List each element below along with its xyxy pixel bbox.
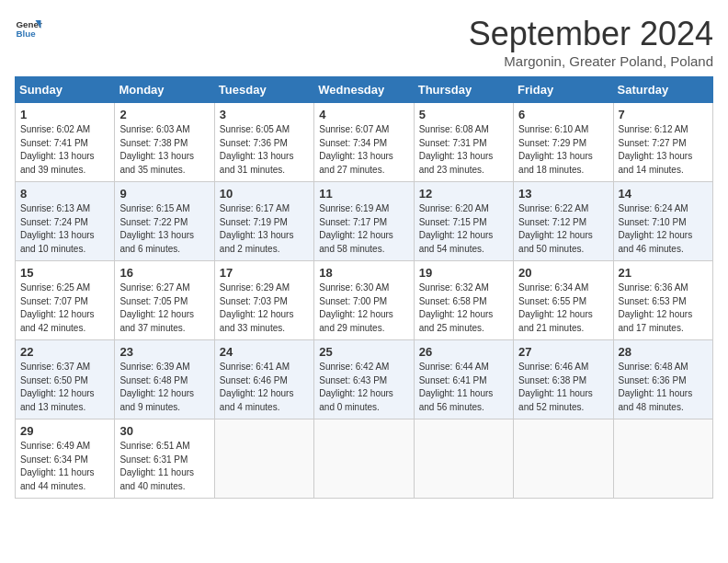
calendar-week-1: 1Sunrise: 6:02 AM Sunset: 7:41 PM Daylig… [16, 103, 713, 182]
day-info: Sunrise: 6:22 AM Sunset: 7:12 PM Dayligh… [518, 202, 608, 256]
weekday-header-saturday: Saturday [613, 77, 712, 103]
day-number: 7 [619, 108, 708, 121]
day-info: Sunrise: 6:20 AM Sunset: 7:15 PM Dayligh… [419, 202, 508, 256]
calendar-cell: 22Sunrise: 6:37 AM Sunset: 6:50 PM Dayli… [16, 340, 115, 419]
day-info: Sunrise: 6:05 AM Sunset: 7:36 PM Dayligh… [220, 123, 309, 177]
calendar-cell: 24Sunrise: 6:41 AM Sunset: 6:46 PM Dayli… [214, 340, 313, 419]
day-number: 12 [419, 187, 508, 201]
day-info: Sunrise: 6:51 AM Sunset: 6:31 PM Dayligh… [119, 440, 209, 493]
calendar-cell [414, 419, 513, 499]
calendar-cell: 13Sunrise: 6:22 AM Sunset: 7:12 PM Dayli… [514, 182, 613, 261]
day-number: 6 [518, 108, 608, 121]
calendar-cell [214, 419, 313, 499]
calendar-cell: 4Sunrise: 6:07 AM Sunset: 7:34 PM Daylig… [314, 103, 414, 182]
calendar-cell: 7Sunrise: 6:12 AM Sunset: 7:27 PM Daylig… [613, 103, 712, 182]
calendar-cell: 18Sunrise: 6:30 AM Sunset: 7:00 PM Dayli… [314, 261, 414, 340]
calendar-cell: 20Sunrise: 6:34 AM Sunset: 6:55 PM Dayli… [514, 261, 613, 340]
weekday-header-thursday: Thursday [414, 77, 513, 103]
logo: General Blue [15, 15, 42, 42]
day-number: 18 [319, 266, 408, 280]
day-number: 22 [20, 345, 109, 359]
weekday-header-sunday: Sunday [16, 77, 115, 103]
month-title: September 2024 [469, 15, 713, 53]
calendar-cell: 10Sunrise: 6:17 AM Sunset: 7:19 PM Dayli… [214, 182, 313, 261]
page-header: General Blue September 2024 Margonin, Gr… [15, 15, 713, 69]
calendar-table: SundayMondayTuesdayWednesdayThursdayFrid… [15, 76, 713, 499]
calendar-cell: 30Sunrise: 6:51 AM Sunset: 6:31 PM Dayli… [115, 419, 214, 499]
day-info: Sunrise: 6:15 AM Sunset: 7:22 PM Dayligh… [119, 202, 209, 256]
day-info: Sunrise: 6:24 AM Sunset: 7:10 PM Dayligh… [619, 202, 708, 256]
calendar-week-5: 29Sunrise: 6:49 AM Sunset: 6:34 PM Dayli… [16, 419, 713, 499]
calendar-cell: 9Sunrise: 6:15 AM Sunset: 7:22 PM Daylig… [115, 182, 214, 261]
day-info: Sunrise: 6:48 AM Sunset: 6:36 PM Dayligh… [619, 361, 708, 414]
day-info: Sunrise: 6:25 AM Sunset: 7:07 PM Dayligh… [20, 282, 109, 335]
calendar-cell: 29Sunrise: 6:49 AM Sunset: 6:34 PM Dayli… [16, 419, 115, 499]
day-info: Sunrise: 6:32 AM Sunset: 6:58 PM Dayligh… [419, 282, 508, 335]
weekday-header-wednesday: Wednesday [314, 77, 414, 103]
day-number: 10 [220, 187, 309, 201]
weekday-header-tuesday: Tuesday [214, 77, 313, 103]
day-info: Sunrise: 6:29 AM Sunset: 7:03 PM Dayligh… [220, 282, 309, 335]
day-info: Sunrise: 6:27 AM Sunset: 7:05 PM Dayligh… [119, 282, 209, 335]
day-info: Sunrise: 6:10 AM Sunset: 7:29 PM Dayligh… [518, 123, 608, 177]
day-info: Sunrise: 6:34 AM Sunset: 6:55 PM Dayligh… [518, 282, 608, 335]
day-number: 9 [119, 187, 209, 201]
calendar-cell: 26Sunrise: 6:44 AM Sunset: 6:41 PM Dayli… [414, 340, 513, 419]
calendar-cell: 6Sunrise: 6:10 AM Sunset: 7:29 PM Daylig… [514, 103, 613, 182]
calendar-cell [314, 419, 414, 499]
calendar-cell: 12Sunrise: 6:20 AM Sunset: 7:15 PM Dayli… [414, 182, 513, 261]
day-info: Sunrise: 6:42 AM Sunset: 6:43 PM Dayligh… [319, 361, 408, 414]
weekday-header-friday: Friday [514, 77, 613, 103]
day-number: 8 [20, 187, 109, 201]
day-number: 19 [419, 266, 508, 280]
day-number: 15 [20, 266, 109, 280]
day-info: Sunrise: 6:37 AM Sunset: 6:50 PM Dayligh… [20, 361, 109, 414]
calendar-week-4: 22Sunrise: 6:37 AM Sunset: 6:50 PM Dayli… [16, 340, 713, 419]
day-info: Sunrise: 6:19 AM Sunset: 7:17 PM Dayligh… [319, 202, 408, 256]
day-info: Sunrise: 6:41 AM Sunset: 6:46 PM Dayligh… [220, 361, 309, 414]
calendar-cell: 14Sunrise: 6:24 AM Sunset: 7:10 PM Dayli… [613, 182, 712, 261]
day-number: 5 [419, 108, 508, 121]
day-info: Sunrise: 6:49 AM Sunset: 6:34 PM Dayligh… [20, 440, 109, 493]
day-info: Sunrise: 6:17 AM Sunset: 7:19 PM Dayligh… [220, 202, 309, 256]
logo-icon: General Blue [15, 15, 42, 42]
day-number: 25 [319, 345, 408, 359]
location-subtitle: Margonin, Greater Poland, Poland [469, 53, 713, 69]
calendar-cell [613, 419, 712, 499]
weekday-header-row: SundayMondayTuesdayWednesdayThursdayFrid… [16, 77, 713, 103]
weekday-header-monday: Monday [115, 77, 214, 103]
calendar-cell: 2Sunrise: 6:03 AM Sunset: 7:38 PM Daylig… [115, 103, 214, 182]
calendar-cell: 21Sunrise: 6:36 AM Sunset: 6:53 PM Dayli… [613, 261, 712, 340]
day-number: 28 [619, 345, 708, 359]
day-info: Sunrise: 6:03 AM Sunset: 7:38 PM Dayligh… [119, 123, 209, 177]
day-info: Sunrise: 6:30 AM Sunset: 7:00 PM Dayligh… [319, 282, 408, 335]
day-number: 24 [220, 345, 309, 359]
day-info: Sunrise: 6:02 AM Sunset: 7:41 PM Dayligh… [20, 123, 109, 177]
day-number: 14 [619, 187, 708, 201]
day-info: Sunrise: 6:07 AM Sunset: 7:34 PM Dayligh… [319, 123, 408, 177]
calendar-cell: 19Sunrise: 6:32 AM Sunset: 6:58 PM Dayli… [414, 261, 513, 340]
day-info: Sunrise: 6:12 AM Sunset: 7:27 PM Dayligh… [619, 123, 708, 177]
day-number: 13 [518, 187, 608, 201]
day-number: 21 [619, 266, 708, 280]
calendar-cell: 28Sunrise: 6:48 AM Sunset: 6:36 PM Dayli… [613, 340, 712, 419]
day-number: 3 [220, 108, 309, 121]
day-number: 26 [419, 345, 508, 359]
day-info: Sunrise: 6:44 AM Sunset: 6:41 PM Dayligh… [419, 361, 508, 414]
calendar-cell [514, 419, 613, 499]
day-info: Sunrise: 6:46 AM Sunset: 6:38 PM Dayligh… [518, 361, 608, 414]
calendar-cell: 3Sunrise: 6:05 AM Sunset: 7:36 PM Daylig… [214, 103, 313, 182]
calendar-cell: 11Sunrise: 6:19 AM Sunset: 7:17 PM Dayli… [314, 182, 414, 261]
day-number: 16 [119, 266, 209, 280]
day-number: 1 [20, 108, 109, 121]
calendar-week-3: 15Sunrise: 6:25 AM Sunset: 7:07 PM Dayli… [16, 261, 713, 340]
day-number: 2 [119, 108, 209, 121]
calendar-cell: 5Sunrise: 6:08 AM Sunset: 7:31 PM Daylig… [414, 103, 513, 182]
day-number: 23 [119, 345, 209, 359]
day-info: Sunrise: 6:08 AM Sunset: 7:31 PM Dayligh… [419, 123, 508, 177]
day-info: Sunrise: 6:13 AM Sunset: 7:24 PM Dayligh… [20, 202, 109, 256]
day-number: 30 [119, 424, 209, 438]
day-number: 29 [20, 424, 109, 438]
day-number: 17 [220, 266, 309, 280]
day-number: 27 [518, 345, 608, 359]
